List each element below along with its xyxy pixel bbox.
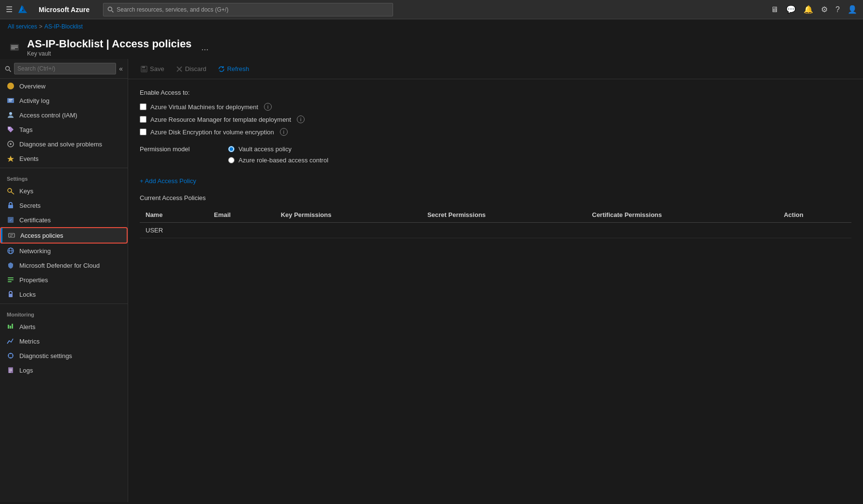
- cloud-shell-icon[interactable]: 🖥: [771, 5, 778, 14]
- info-icon-disk[interactable]: i: [280, 128, 288, 136]
- svg-rect-46: [142, 69, 146, 72]
- cell-cert-perms: [586, 223, 778, 238]
- refresh-label: Refresh: [227, 65, 249, 72]
- top-icon-group: 🖥 💬 🔔 ⚙ ? 👤: [771, 5, 857, 14]
- sidebar-item-defender[interactable]: Microsoft Defender for Cloud: [0, 258, 128, 273]
- discard-label: Discard: [185, 65, 206, 72]
- col-header-secret-perms: Secret Permissions: [422, 207, 586, 223]
- policies-table-header: Name Email Key Permissions Secret Permis…: [140, 207, 851, 223]
- svg-line-22: [11, 192, 14, 194]
- radio-label-rbac: Azure role-based access control: [238, 157, 328, 164]
- sidebar-divider-2: [0, 303, 128, 304]
- sidebar-search-input[interactable]: [14, 63, 116, 74]
- svg-rect-38: [12, 324, 13, 329]
- sidebar-item-certificates[interactable]: ✓ Certificates: [0, 213, 128, 227]
- sidebar-item-logs[interactable]: Logs: [0, 363, 128, 377]
- keys-icon: [7, 187, 15, 195]
- sidebar-item-tags[interactable]: Tags: [0, 122, 128, 137]
- page-header-icon-group: [8, 42, 21, 53]
- radio-rbac[interactable]: [228, 157, 234, 163]
- page-title-group: AS-IP-Blocklist | Access policies Key va…: [27, 38, 191, 57]
- sidebar: « Overview Activity log Access control (…: [0, 59, 128, 502]
- policies-table-body: USER: [140, 223, 851, 238]
- page-header: AS-IP-Blocklist | Access policies Key va…: [0, 34, 863, 59]
- sidebar-item-diagnostic-settings[interactable]: Diagnostic settings: [0, 348, 128, 363]
- svg-rect-35: [9, 294, 13, 297]
- cell-email: [208, 223, 275, 238]
- col-header-action: Action: [778, 207, 851, 223]
- sidebar-label-certificates: Certificates: [19, 216, 51, 224]
- add-access-policy-link[interactable]: + Add Access Policy: [140, 177, 196, 185]
- sidebar-item-networking[interactable]: Networking: [0, 244, 128, 258]
- cell-key-perms: [275, 223, 422, 238]
- sidebar-item-metrics[interactable]: Metrics: [0, 334, 128, 348]
- networking-icon: [7, 247, 15, 255]
- settings-icon[interactable]: ⚙: [821, 5, 828, 14]
- svg-rect-33: [8, 279, 14, 280]
- checkbox-arm[interactable]: [140, 116, 146, 123]
- save-label: Save: [150, 65, 164, 72]
- radio-vault-access-policy[interactable]: [228, 146, 234, 152]
- content-area: Save Discard Refresh Enable Access to: A…: [128, 59, 863, 502]
- save-button[interactable]: Save: [136, 63, 169, 75]
- sidebar-item-diagnose[interactable]: Diagnose and solve problems: [0, 137, 128, 151]
- refresh-button[interactable]: Refresh: [213, 63, 254, 75]
- sidebar-label-keys: Keys: [19, 187, 33, 195]
- sidebar-item-activity-log[interactable]: Activity log: [0, 93, 128, 108]
- sidebar-item-iam[interactable]: Access control (IAM): [0, 108, 128, 122]
- hamburger-menu[interactable]: ☰: [6, 5, 13, 14]
- sidebar-item-events[interactable]: Events: [0, 151, 128, 166]
- info-icon-arm[interactable]: i: [297, 115, 305, 123]
- info-icon-vm[interactable]: i: [264, 103, 272, 111]
- breadcrumb-resource[interactable]: AS-IP-Blocklist: [44, 23, 83, 30]
- help-icon[interactable]: ?: [835, 5, 840, 14]
- feedback-icon[interactable]: 💬: [786, 5, 796, 14]
- sidebar-item-properties[interactable]: Properties: [0, 273, 128, 287]
- iam-icon: [7, 111, 15, 119]
- account-icon[interactable]: 👤: [848, 5, 857, 14]
- notifications-icon[interactable]: 🔔: [804, 5, 813, 14]
- breadcrumb-all-services[interactable]: All services: [8, 23, 37, 30]
- checkbox-row-arm: Azure Resource Manager for template depl…: [140, 115, 851, 123]
- logs-icon: [7, 366, 15, 374]
- svg-rect-34: [8, 281, 12, 282]
- sidebar-label-networking: Networking: [19, 247, 51, 255]
- svg-rect-36: [8, 325, 9, 329]
- search-bar[interactable]: Search resources, services, and docs (G+…: [103, 3, 393, 16]
- checkbox-disk[interactable]: [140, 129, 146, 135]
- checkbox-vm[interactable]: [140, 103, 146, 110]
- sidebar-item-access-policies[interactable]: Access policies: [0, 227, 128, 244]
- sidebar-search-icon: [5, 66, 11, 72]
- checkbox-label-arm: Azure Resource Manager for template depl…: [150, 116, 291, 123]
- sidebar-item-keys[interactable]: Keys: [0, 184, 128, 198]
- breadcrumb-separator: >: [39, 23, 43, 30]
- sidebar-label-properties: Properties: [19, 276, 48, 284]
- sidebar-collapse-button[interactable]: «: [119, 65, 123, 72]
- sidebar-item-secrets[interactable]: Secrets: [0, 198, 128, 213]
- sidebar-label-tags: Tags: [19, 126, 32, 133]
- sidebar-divider-1: [0, 168, 128, 168]
- cell-name: USER: [140, 223, 208, 238]
- diagnose-icon: [7, 140, 15, 148]
- toolbar: Save Discard Refresh: [128, 59, 863, 79]
- overview-icon: [7, 82, 15, 90]
- breadcrumb: All services > AS-IP-Blocklist: [0, 19, 863, 34]
- properties-icon: [7, 276, 15, 284]
- sidebar-item-overview[interactable]: Overview: [0, 79, 128, 93]
- svg-point-15: [9, 112, 12, 115]
- search-icon: [107, 6, 114, 13]
- sidebar-item-locks[interactable]: Locks: [0, 287, 128, 302]
- svg-rect-32: [8, 277, 14, 278]
- top-navbar: ☰ Microsoft Azure Search resources, serv…: [0, 0, 863, 19]
- svg-line-4: [112, 11, 114, 13]
- radio-row-rbac: Azure role-based access control: [228, 157, 328, 164]
- sidebar-item-alerts[interactable]: Alerts: [0, 319, 128, 334]
- checkbox-row-disk: Azure Disk Encryption for volume encrypt…: [140, 128, 851, 136]
- col-header-cert-perms: Certificate Permissions: [586, 207, 778, 223]
- key-vault-icon: [9, 42, 20, 53]
- svg-rect-23: [8, 205, 13, 208]
- sidebar-label-access-policies: Access policies: [20, 232, 63, 239]
- ellipsis-button[interactable]: ...: [201, 43, 208, 53]
- page-subtitle: Key vault: [27, 50, 191, 57]
- discard-button[interactable]: Discard: [171, 63, 211, 75]
